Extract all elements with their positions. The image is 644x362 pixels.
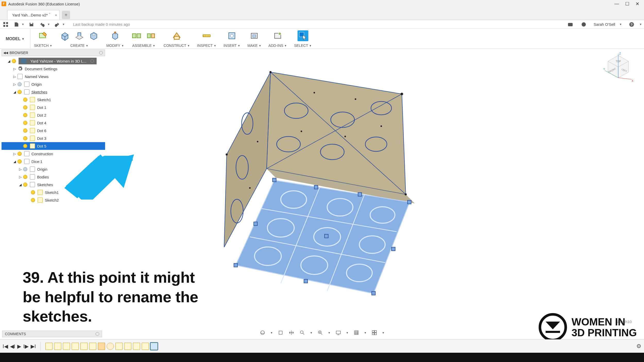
activate-radio[interactable]: [90, 59, 94, 63]
press-pull-icon[interactable]: [110, 30, 121, 41]
ribbon-label-construct[interactable]: CONSTRUCT▼: [164, 44, 190, 48]
ribbon-label-assemble[interactable]: ASSEMBLE▼: [132, 44, 155, 48]
file-icon[interactable]: [13, 22, 20, 27]
select-icon[interactable]: [298, 30, 308, 41]
display-settings-icon[interactable]: [335, 330, 341, 336]
timeline-step[interactable]: [45, 343, 53, 350]
timeline-step[interactable]: [89, 343, 96, 350]
ribbon-group-make: MAKE▼: [244, 29, 265, 49]
timeline-settings-icon[interactable]: ⚙: [636, 343, 641, 350]
zoom-icon[interactable]: [299, 330, 305, 336]
joint-icon[interactable]: [131, 30, 142, 41]
ribbon-label-make[interactable]: MAKE▼: [247, 44, 261, 48]
svg-text:Y: Y: [603, 68, 605, 71]
user-dropdown-icon[interactable]: ▼: [619, 23, 622, 26]
browser-sketch-item[interactable]: Dot 6: [2, 127, 105, 134]
browser-header[interactable]: ◀◀ BROWSER: [2, 49, 105, 56]
ribbon-label-sketch[interactable]: SKETCH▼: [34, 44, 52, 48]
browser-pin-icon[interactable]: [99, 51, 103, 55]
fit-icon[interactable]: [317, 330, 323, 336]
timeline-end-icon[interactable]: ▶I: [31, 343, 36, 349]
browser-sketch-item-selected[interactable]: Dot 5: [2, 142, 105, 150]
timeline-step-back-icon[interactable]: ◀I: [10, 343, 15, 349]
browser-root[interactable]: ◢ Yard Yahtzee - Women in 3D L...: [2, 57, 105, 65]
titlebar: F Autodesk Fusion 360 (Education License…: [0, 0, 644, 8]
timeline-step-forward-icon[interactable]: I▶: [23, 343, 29, 349]
redo-icon[interactable]: [54, 22, 61, 27]
browser-origin[interactable]: ▷Origin: [2, 80, 105, 88]
new-tab-button[interactable]: +: [62, 11, 70, 19]
svg-rect-10: [132, 34, 136, 38]
3d-print-icon[interactable]: [249, 30, 260, 41]
viewport-layout-icon[interactable]: [371, 330, 377, 336]
help-dropdown-icon[interactable]: ▼: [639, 23, 642, 26]
document-tab-active[interactable]: Yard Yah...Demo v2* ° ×: [7, 10, 60, 20]
timeline-step[interactable]: [115, 343, 123, 350]
maximize-button[interactable]: ☐: [625, 1, 629, 7]
comments-panel[interactable]: COMMENTS: [2, 331, 102, 337]
user-name[interactable]: Sarah O'Sell: [594, 22, 615, 27]
addins-icon[interactable]: +: [272, 30, 283, 41]
women-in-3d-printing-logo: WOMEN IN3D PRINTING: [539, 313, 637, 341]
close-window-button[interactable]: ✕: [635, 1, 639, 7]
ribbon-label-inspect[interactable]: INSPECT▼: [197, 44, 216, 48]
tab-close-icon[interactable]: ×: [55, 13, 57, 17]
browser-collapse-icon[interactable]: ◀◀: [3, 51, 8, 55]
timeline-step[interactable]: [124, 343, 131, 350]
svg-rect-14: [174, 36, 179, 39]
job-status-icon[interactable]: [580, 22, 587, 27]
look-at-icon[interactable]: [277, 330, 284, 336]
timeline-step[interactable]: [72, 343, 79, 350]
help-icon[interactable]: ?: [628, 22, 635, 27]
timeline-step-active[interactable]: [150, 343, 158, 350]
extrude-icon[interactable]: [74, 30, 85, 41]
redo-dropdown-icon[interactable]: ▼: [62, 23, 65, 26]
timeline-step[interactable]: [142, 343, 149, 350]
timeline-step[interactable]: [54, 343, 61, 350]
svg-rect-75: [234, 263, 238, 267]
browser-sketch-item[interactable]: Dot 1: [2, 104, 105, 111]
view-cube[interactable]: TOP FRONT LEFT Z Y X: [603, 51, 634, 82]
svg-point-78: [269, 71, 272, 73]
timeline-step[interactable]: [80, 343, 88, 350]
pan-icon[interactable]: [288, 330, 294, 336]
timeline-step[interactable]: [63, 343, 70, 350]
box-icon[interactable]: [60, 30, 70, 41]
insert-derive-icon[interactable]: [226, 30, 237, 41]
timeline-start-icon[interactable]: I◀: [3, 343, 8, 349]
data-panel-icon[interactable]: [2, 22, 9, 27]
ribbon-label-create[interactable]: CREATE▼: [70, 44, 88, 48]
orbit-icon[interactable]: [259, 330, 266, 336]
timeline-play-icon[interactable]: ▶: [17, 343, 21, 349]
hole-icon[interactable]: [88, 30, 99, 41]
browser-sketches[interactable]: ◢Sketches: [2, 88, 105, 96]
browser-sketch-item[interactable]: Dot 4: [2, 119, 105, 127]
create-sketch-icon[interactable]: [38, 30, 48, 41]
save-icon[interactable]: [28, 22, 35, 27]
browser-sketch-item[interactable]: Sketch1: [2, 96, 105, 104]
measure-icon[interactable]: [201, 30, 212, 41]
ribbon-label-modify[interactable]: MODIFY▼: [106, 44, 124, 48]
extensions-icon[interactable]: [567, 22, 574, 27]
minimize-button[interactable]: —: [614, 1, 619, 7]
timeline-step[interactable]: [98, 343, 105, 350]
canvas[interactable]: ◀◀ BROWSER ◢ Yard Yahtzee - Women in 3D …: [0, 49, 644, 339]
undo-icon[interactable]: [39, 22, 46, 27]
timeline-step[interactable]: [107, 343, 114, 350]
ribbon-label-addins[interactable]: ADD-INS▼: [268, 44, 287, 48]
comments-pin-icon[interactable]: [96, 332, 99, 336]
3d-viewport-model[interactable]: [211, 59, 433, 296]
browser-doc-settings[interactable]: ▷ Document Settings: [2, 65, 105, 73]
workspace-switcher[interactable]: MODEL▼: [0, 29, 30, 49]
construct-plane-icon[interactable]: [171, 30, 182, 41]
grid-settings-icon[interactable]: [353, 330, 359, 336]
file-dropdown-icon[interactable]: ▼: [22, 23, 24, 26]
browser-sketch-item[interactable]: Dot 3: [2, 134, 105, 142]
undo-dropdown-icon[interactable]: ▼: [47, 23, 50, 26]
browser-sketch-item[interactable]: Dot 2: [2, 111, 105, 119]
ribbon-label-insert[interactable]: INSERT▼: [223, 44, 240, 48]
as-built-joint-icon[interactable]: [146, 30, 156, 41]
ribbon-label-select[interactable]: SELECT▼: [294, 44, 312, 48]
timeline-step[interactable]: [133, 343, 140, 350]
browser-named-views[interactable]: ▷Named Views: [2, 73, 105, 80]
